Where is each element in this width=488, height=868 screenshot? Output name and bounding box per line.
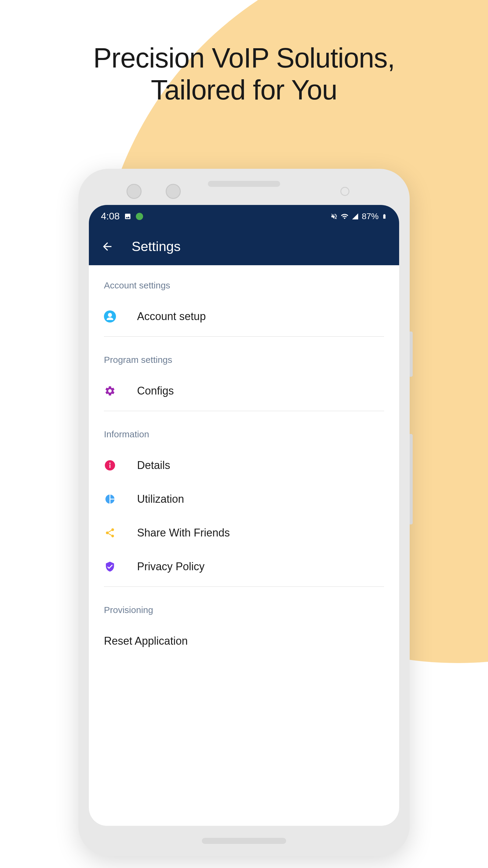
page-title: Settings [132, 239, 181, 254]
info-icon [104, 459, 116, 471]
camera-icon [340, 187, 350, 196]
menu-item-label: Reset Application [104, 635, 188, 647]
status-bar: 4:08 87% [89, 205, 399, 227]
camera-icon [166, 184, 181, 199]
gear-icon [104, 385, 116, 397]
app-bar: Settings [89, 227, 399, 265]
menu-item-label: Utilization [137, 493, 184, 505]
headline-line2: Tailored for You [151, 74, 337, 105]
menu-item-details[interactable]: Details [89, 448, 399, 482]
battery-icon [382, 213, 387, 220]
svg-point-4 [109, 463, 110, 464]
phone-side-button [410, 332, 413, 377]
menu-item-configs[interactable]: Configs [89, 374, 399, 408]
divider [104, 336, 384, 337]
status-left: 4:08 [101, 211, 143, 222]
section-header-program: Program settings [89, 340, 399, 374]
phone-speaker-area [208, 181, 280, 187]
back-arrow-icon[interactable] [101, 240, 113, 253]
user-icon [104, 310, 116, 322]
menu-item-reset[interactable]: Reset Application [89, 624, 399, 658]
speaker-icon [208, 181, 280, 187]
wifi-icon [341, 213, 349, 220]
menu-item-label: Configs [137, 384, 174, 397]
menu-item-account-setup[interactable]: Account setup [89, 300, 399, 333]
divider [104, 411, 384, 411]
battery-text: 87% [362, 212, 379, 221]
menu-item-privacy[interactable]: Privacy Policy [89, 550, 399, 584]
settings-content: Account settings Account setup Program s… [89, 265, 399, 658]
bottom-speaker-icon [202, 838, 286, 844]
status-time: 4:08 [101, 211, 120, 222]
section-header-account: Account settings [89, 265, 399, 300]
shield-icon [104, 561, 116, 572]
menu-item-label: Account setup [137, 310, 206, 323]
marketing-headline: Precision VoIP Solutions, Tailored for Y… [0, 0, 488, 106]
svg-point-1 [108, 313, 112, 317]
mute-icon [330, 213, 338, 220]
phone-screen: 4:08 87% [89, 205, 399, 826]
menu-item-label: Details [137, 459, 170, 472]
camera-icon [127, 184, 141, 199]
menu-item-utilization[interactable]: Utilization [89, 482, 399, 516]
status-right: 87% [330, 212, 387, 221]
svg-rect-3 [110, 464, 110, 468]
pie-chart-icon [104, 493, 116, 505]
section-header-information: Information [89, 414, 399, 448]
status-dot-icon [136, 213, 143, 220]
phone-frame: 4:08 87% [78, 169, 410, 856]
image-icon [124, 213, 131, 220]
headline-line1: Precision VoIP Solutions, [93, 42, 395, 73]
signal-icon [352, 213, 359, 220]
phone-side-button [410, 434, 413, 524]
phone-mockup: 4:08 87% [78, 169, 410, 856]
section-header-provisioning: Provisioning [89, 590, 399, 624]
menu-item-label: Privacy Policy [137, 560, 204, 573]
share-icon [104, 527, 116, 539]
menu-item-share[interactable]: Share With Friends [89, 516, 399, 550]
menu-item-label: Share With Friends [137, 527, 230, 539]
